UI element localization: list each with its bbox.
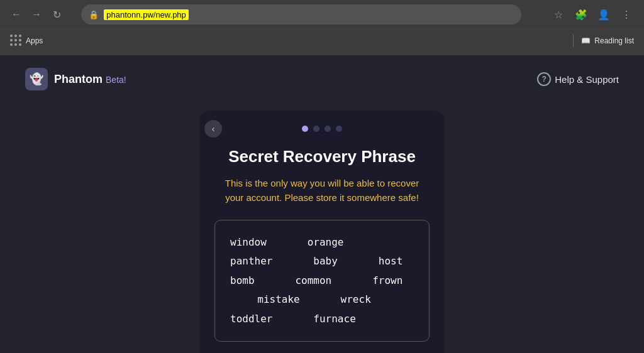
reading-list-label: Reading list	[594, 36, 634, 45]
apps-grid-icon	[10, 35, 22, 46]
recovery-phrase-text: window orange panther baby host bomb com…	[230, 233, 414, 329]
reading-list-button[interactable]: 📖 Reading list	[581, 36, 634, 45]
bookmark-star-button[interactable]: ☆	[548, 4, 569, 24]
reading-list-divider	[573, 35, 574, 47]
ghost-icon: 👻	[30, 72, 43, 86]
recovery-phrase-card: ‹ Secret Recovery Phrase This is the onl…	[199, 111, 445, 353]
toolbar-right: ☆ 🧩 👤 ⋮	[548, 4, 636, 24]
reading-list-icon: 📖	[581, 36, 591, 45]
phantom-icon: 👻	[25, 68, 48, 90]
phantom-logo: 👻 Phantom Beta!	[25, 68, 126, 90]
phrase-box: window orange panther baby host bomb com…	[214, 220, 430, 342]
apps-label: Apps	[26, 36, 43, 45]
card-title: Secret Recovery Phrase	[214, 147, 430, 166]
dot-1	[302, 126, 308, 132]
phantom-name-text: Phantom	[54, 73, 103, 85]
help-support-button[interactable]: ? Help & Support	[537, 72, 619, 86]
dot-4	[336, 126, 342, 132]
help-circle-icon: ?	[537, 72, 551, 86]
lock-icon: 🔒	[89, 10, 99, 19]
extensions-button[interactable]: 🧩	[571, 4, 591, 24]
forward-button[interactable]: →	[28, 6, 45, 23]
pagination-dots: ‹	[214, 126, 430, 132]
phantom-beta-label: Beta!	[106, 75, 126, 85]
browser-chrome: ← → ↻ 🔒 phantonn.pw/new.php ☆ 🧩 👤 ⋮ Apps…	[0, 0, 644, 55]
bookmarks-bar: Apps 📖 Reading list	[0, 29, 644, 52]
menu-button[interactable]: ⋮	[616, 4, 636, 24]
address-bar[interactable]: phantonn.pw/new.php	[104, 9, 189, 20]
address-bar-container: 🔒 phantonn.pw/new.php	[81, 4, 521, 24]
phantom-brand-name: Phantom Beta!	[54, 73, 126, 86]
card-subtitle: This is the only way you will be able to…	[214, 176, 430, 205]
help-support-label: Help & Support	[555, 74, 619, 85]
profile-button[interactable]: 👤	[594, 4, 614, 24]
apps-item[interactable]: Apps	[10, 35, 43, 46]
nav-buttons: ← → ↻	[8, 6, 65, 23]
phantom-header: 👻 Phantom Beta! ? Help & Support	[0, 68, 644, 90]
browser-toolbar: ← → ↻ 🔒 phantonn.pw/new.php ☆ 🧩 👤 ⋮	[0, 0, 644, 29]
page-content: 👻 Phantom Beta! ? Help & Support ‹ Secre…	[0, 55, 644, 353]
dot-3	[325, 126, 331, 132]
dot-2	[313, 126, 319, 132]
back-button[interactable]: ←	[8, 6, 25, 23]
reload-button[interactable]: ↻	[48, 6, 65, 23]
card-back-button[interactable]: ‹	[204, 120, 222, 138]
